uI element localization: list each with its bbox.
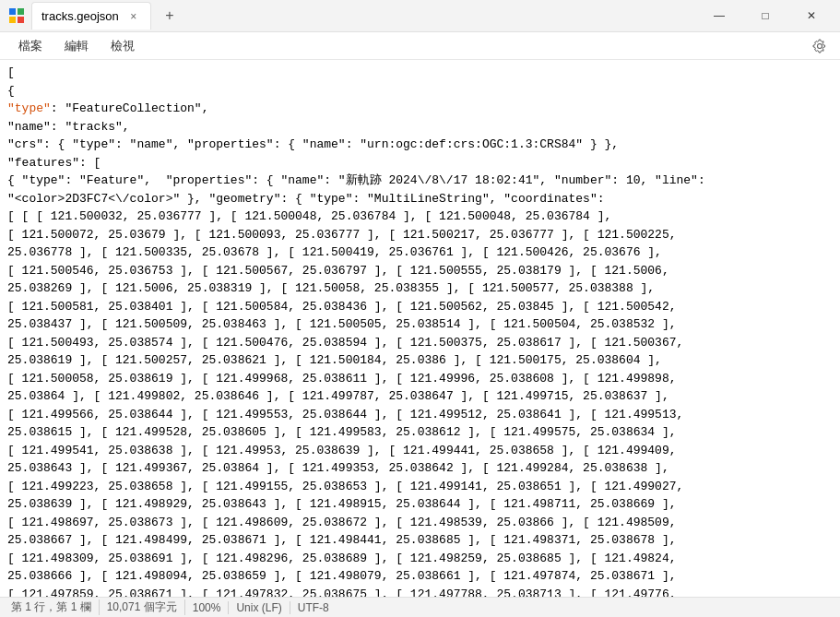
code-line: [ 121.497859, 25.038671 ], [ 121.497832,… <box>0 586 840 598</box>
code-line: [ 121.500493, 25.038574 ], [ 121.500476,… <box>0 334 840 352</box>
maximize-button[interactable]: □ <box>744 1 787 30</box>
code-line: [ 121.500581, 25.038401 ], [ 121.500584,… <box>0 298 840 316</box>
title-bar-left: tracks.geojson × + <box>7 2 698 30</box>
menu-bar: 檔案 編輯 檢視 <box>0 32 840 60</box>
code-line: "name": "tracks", <box>0 118 840 136</box>
encoding: UTF-8 <box>290 601 337 614</box>
code-line: [ 121.498697, 25.038673 ], [ 121.498609,… <box>0 514 840 532</box>
tab-label: tracks.geojson <box>41 9 119 23</box>
code-line: "<color>2D3FC7<\/color>" }, "geometry": … <box>0 190 840 208</box>
code-line: "type": "FeatureCollection", <box>0 100 840 118</box>
code-line: [ 121.499223, 25.038658 ], [ 121.499155,… <box>0 478 840 496</box>
code-line: 25.038269 ], [ 121.5006, 25.038319 ], [ … <box>0 279 840 298</box>
code-line: 25.038639 ], [ 121.498929, 25.038643 ], … <box>0 495 840 514</box>
code-line: 25.038437 ], [ 121.500509, 25.038463 ], … <box>0 315 840 334</box>
code-line: { "type": "Feature", "properties": { "na… <box>0 172 840 190</box>
code-line: 25.038666 ], [ 121.498094, 25.038659 ], … <box>0 567 840 586</box>
line-ending: Unix (LF) <box>229 601 290 614</box>
menu-edit[interactable]: 編輯 <box>53 34 100 58</box>
settings-button[interactable] <box>807 33 833 59</box>
menu-file[interactable]: 檔案 <box>7 34 53 58</box>
title-bar: tracks.geojson × + — □ ✕ <box>0 0 840 32</box>
code-line: 25.038643 ], [ 121.499367, 25.03864 ], [… <box>0 459 840 478</box>
menu-view[interactable]: 檢視 <box>100 34 146 58</box>
code-line: 25.036778 ], [ 121.500335, 25.03678 ], [… <box>0 243 840 262</box>
close-window-button[interactable]: ✕ <box>790 1 833 30</box>
code-content[interactable]: [{"type": "FeatureCollection","name": "t… <box>0 60 840 597</box>
code-line: [ 121.500058, 25.038619 ], [ 121.499968,… <box>0 370 840 388</box>
code-line: [ <box>0 64 840 82</box>
code-line: [ 121.499566, 25.038644 ], [ 121.499553,… <box>0 406 840 424</box>
code-line: 25.03864 ], [ 121.499802, 25.038646 ], [… <box>0 387 840 406</box>
char-count: 10,071 個字元 <box>100 599 185 615</box>
new-tab-button[interactable]: + <box>157 3 183 29</box>
code-line: 25.038619 ], [ 121.500257, 25.038621 ], … <box>0 351 840 370</box>
code-line: [ 121.498309, 25.038691 ], [ 121.498296,… <box>0 550 840 568</box>
code-line: [ [ [ 121.500032, 25.036777 ], [ 121.500… <box>0 208 840 226</box>
zoom-level: 100% <box>185 601 230 614</box>
code-line: [ 121.500072, 25.03679 ], [ 121.500093, … <box>0 226 840 244</box>
window-controls: — □ ✕ <box>698 1 833 30</box>
svg-rect-3 <box>18 17 24 23</box>
tab-close-button[interactable]: × <box>126 9 141 24</box>
code-line: 25.038667 ], [ 121.498499, 25.038671 ], … <box>0 531 840 550</box>
menu-right <box>807 33 833 59</box>
minimize-button[interactable]: — <box>698 1 740 30</box>
code-line: "crs": { "type": "name", "properties": {… <box>0 136 840 154</box>
code-line: { <box>0 82 840 101</box>
active-tab[interactable]: tracks.geojson × <box>31 2 151 30</box>
code-line: [ 121.499541, 25.038638 ], [ 121.49953, … <box>0 442 840 460</box>
code-line: "features": [ <box>0 154 840 172</box>
svg-rect-2 <box>9 17 16 23</box>
status-bar: 第 1 行，第 1 欄 10,071 個字元 100% Unix (LF) UT… <box>0 597 840 617</box>
app-icon <box>7 6 26 25</box>
cursor-position: 第 1 行，第 1 欄 <box>11 599 100 615</box>
code-line: [ 121.500546, 25.036753 ], [ 121.500567,… <box>0 262 840 280</box>
code-line: 25.038615 ], [ 121.499528, 25.038605 ], … <box>0 423 840 442</box>
svg-rect-1 <box>18 8 24 15</box>
svg-rect-0 <box>9 8 16 15</box>
